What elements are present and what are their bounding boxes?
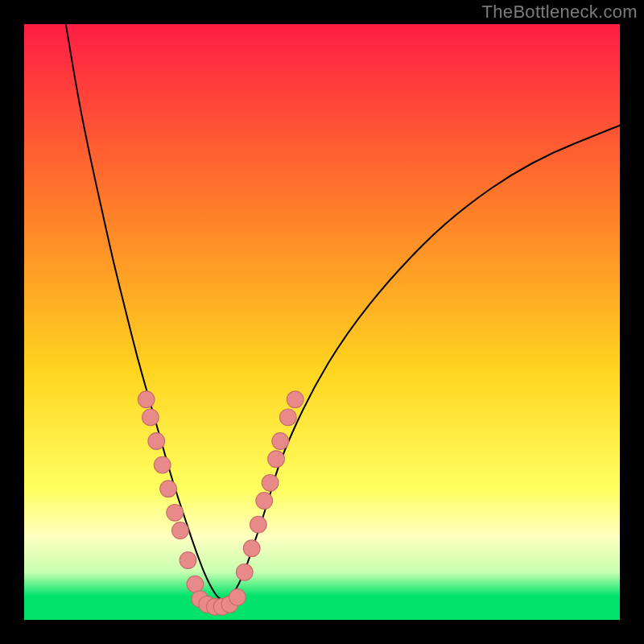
marker-dot (262, 474, 279, 491)
marker-dot (180, 552, 196, 569)
marker-dot (279, 409, 296, 426)
marker-dot (256, 493, 273, 510)
marker-dot (236, 564, 253, 580)
chart-frame: TheBottleneck.com (0, 0, 644, 644)
marker-dot (160, 481, 177, 497)
marker-dot (250, 516, 266, 533)
marker-dot (268, 451, 285, 468)
marker-dot (187, 576, 204, 592)
bottleneck-curve (66, 24, 620, 600)
curve-layer (24, 24, 620, 620)
curve-markers (138, 391, 303, 615)
plot-area (24, 24, 620, 620)
marker-dot (287, 391, 303, 408)
watermark-text: TheBottleneck.com (482, 2, 638, 23)
marker-dot (142, 409, 159, 426)
marker-dot (148, 433, 165, 450)
marker-dot (272, 433, 289, 450)
marker-dot (167, 504, 184, 521)
marker-dot (172, 522, 189, 539)
marker-dot (229, 589, 246, 606)
marker-dot (243, 540, 260, 557)
marker-dot (138, 391, 155, 408)
marker-dot (154, 456, 171, 473)
